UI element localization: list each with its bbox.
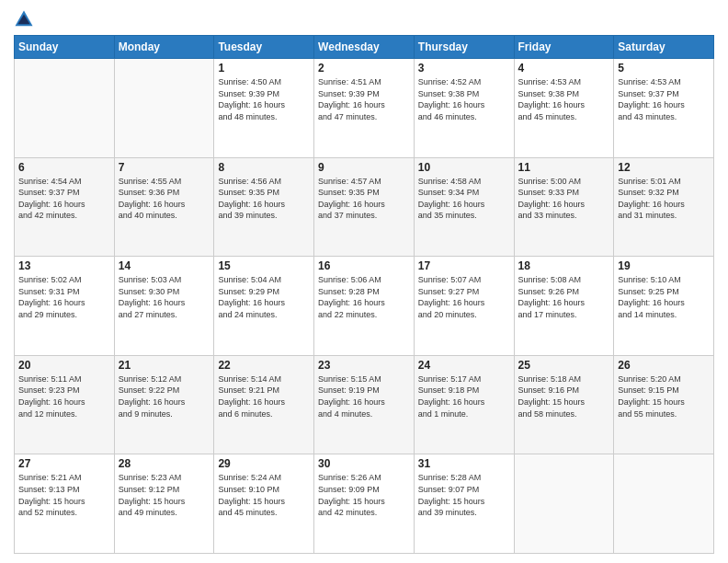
day-info: Sunrise: 5:12 AM Sunset: 9:22 PM Dayligh…	[119, 373, 210, 419]
day-info: Sunrise: 4:53 AM Sunset: 9:38 PM Dayligh…	[518, 76, 610, 122]
calendar-header-monday: Monday	[114, 36, 214, 59]
day-number: 1	[218, 62, 310, 75]
calendar-cell: 18Sunrise: 5:08 AM Sunset: 9:26 PM Dayli…	[514, 257, 614, 356]
calendar-cell: 20Sunrise: 5:11 AM Sunset: 9:23 PM Dayli…	[15, 355, 115, 454]
day-number: 31	[418, 457, 510, 470]
day-info: Sunrise: 5:18 AM Sunset: 9:16 PM Dayligh…	[518, 373, 610, 419]
day-info: Sunrise: 4:54 AM Sunset: 9:37 PM Dayligh…	[18, 176, 110, 222]
day-number: 30	[318, 457, 410, 470]
calendar-cell: 14Sunrise: 5:03 AM Sunset: 9:30 PM Dayli…	[114, 257, 214, 356]
day-number: 15	[218, 259, 310, 272]
day-info: Sunrise: 5:24 AM Sunset: 9:10 PM Dayligh…	[218, 472, 310, 518]
calendar-row-4: 20Sunrise: 5:11 AM Sunset: 9:23 PM Dayli…	[15, 355, 714, 454]
day-info: Sunrise: 5:20 AM Sunset: 9:15 PM Dayligh…	[618, 373, 710, 419]
calendar-cell: 5Sunrise: 4:53 AM Sunset: 9:37 PM Daylig…	[614, 59, 714, 158]
calendar-cell: 8Sunrise: 4:56 AM Sunset: 9:35 PM Daylig…	[214, 157, 314, 257]
calendar-header-row: SundayMondayTuesdayWednesdayThursdayFrid…	[15, 36, 714, 59]
day-number: 11	[518, 161, 610, 174]
calendar-cell: 28Sunrise: 5:23 AM Sunset: 9:12 PM Dayli…	[114, 454, 214, 554]
day-info: Sunrise: 4:56 AM Sunset: 9:35 PM Dayligh…	[218, 176, 310, 222]
day-info: Sunrise: 5:11 AM Sunset: 9:23 PM Dayligh…	[18, 373, 110, 419]
day-info: Sunrise: 5:00 AM Sunset: 9:33 PM Dayligh…	[518, 176, 610, 222]
calendar-cell: 12Sunrise: 5:01 AM Sunset: 9:32 PM Dayli…	[614, 157, 714, 257]
day-info: Sunrise: 5:26 AM Sunset: 9:09 PM Dayligh…	[318, 472, 410, 518]
calendar-cell: 6Sunrise: 4:54 AM Sunset: 9:37 PM Daylig…	[15, 157, 115, 257]
day-info: Sunrise: 5:17 AM Sunset: 9:18 PM Dayligh…	[418, 373, 510, 419]
day-info: Sunrise: 5:21 AM Sunset: 9:13 PM Dayligh…	[18, 472, 110, 518]
day-info: Sunrise: 4:57 AM Sunset: 9:35 PM Dayligh…	[318, 176, 410, 222]
day-info: Sunrise: 5:02 AM Sunset: 9:31 PM Dayligh…	[18, 274, 110, 320]
calendar-cell: 1Sunrise: 4:50 AM Sunset: 9:39 PM Daylig…	[214, 59, 314, 158]
calendar-row-3: 13Sunrise: 5:02 AM Sunset: 9:31 PM Dayli…	[15, 257, 714, 356]
calendar-cell: 13Sunrise: 5:02 AM Sunset: 9:31 PM Dayli…	[15, 257, 115, 356]
day-number: 5	[618, 62, 710, 75]
day-number: 21	[119, 359, 210, 372]
day-info: Sunrise: 5:23 AM Sunset: 9:12 PM Dayligh…	[119, 472, 210, 518]
day-number: 27	[18, 457, 110, 470]
day-number: 22	[218, 359, 310, 372]
calendar-cell: 24Sunrise: 5:17 AM Sunset: 9:18 PM Dayli…	[414, 355, 514, 454]
day-number: 16	[318, 259, 410, 272]
calendar-cell: 27Sunrise: 5:21 AM Sunset: 9:13 PM Dayli…	[15, 454, 115, 554]
calendar-cell: 25Sunrise: 5:18 AM Sunset: 9:16 PM Dayli…	[514, 355, 614, 454]
day-number: 4	[518, 62, 610, 75]
calendar-cell	[114, 59, 214, 158]
calendar-cell: 26Sunrise: 5:20 AM Sunset: 9:15 PM Dayli…	[614, 355, 714, 454]
calendar-cell: 15Sunrise: 5:04 AM Sunset: 9:29 PM Dayli…	[214, 257, 314, 356]
calendar-row-1: 1Sunrise: 4:50 AM Sunset: 9:39 PM Daylig…	[15, 59, 714, 158]
calendar-header-friday: Friday	[514, 36, 614, 59]
day-info: Sunrise: 5:06 AM Sunset: 9:28 PM Dayligh…	[318, 274, 410, 320]
day-info: Sunrise: 4:55 AM Sunset: 9:36 PM Dayligh…	[119, 176, 210, 222]
calendar-cell: 31Sunrise: 5:28 AM Sunset: 9:07 PM Dayli…	[414, 454, 514, 554]
day-number: 26	[618, 359, 710, 372]
day-info: Sunrise: 5:14 AM Sunset: 9:21 PM Dayligh…	[218, 373, 310, 419]
day-info: Sunrise: 5:01 AM Sunset: 9:32 PM Dayligh…	[618, 176, 710, 222]
calendar-cell: 16Sunrise: 5:06 AM Sunset: 9:28 PM Dayli…	[314, 257, 415, 356]
calendar-cell: 17Sunrise: 5:07 AM Sunset: 9:27 PM Dayli…	[414, 257, 514, 356]
day-info: Sunrise: 5:10 AM Sunset: 9:25 PM Dayligh…	[618, 274, 710, 320]
day-info: Sunrise: 5:03 AM Sunset: 9:30 PM Dayligh…	[119, 274, 210, 320]
day-number: 20	[18, 359, 110, 372]
calendar-cell: 3Sunrise: 4:52 AM Sunset: 9:38 PM Daylig…	[414, 59, 514, 158]
calendar-table: SundayMondayTuesdayWednesdayThursdayFrid…	[14, 35, 714, 554]
calendar-cell: 19Sunrise: 5:10 AM Sunset: 9:25 PM Dayli…	[614, 257, 714, 356]
calendar-cell: 2Sunrise: 4:51 AM Sunset: 9:39 PM Daylig…	[314, 59, 415, 158]
calendar-cell: 10Sunrise: 4:58 AM Sunset: 9:34 PM Dayli…	[414, 157, 514, 257]
day-number: 8	[218, 161, 310, 174]
day-info: Sunrise: 4:53 AM Sunset: 9:37 PM Dayligh…	[618, 76, 710, 122]
day-number: 13	[18, 259, 110, 272]
header	[14, 9, 714, 29]
calendar-row-5: 27Sunrise: 5:21 AM Sunset: 9:13 PM Dayli…	[15, 454, 714, 554]
calendar-cell: 21Sunrise: 5:12 AM Sunset: 9:22 PM Dayli…	[114, 355, 214, 454]
day-number: 19	[618, 259, 710, 272]
day-number: 6	[18, 161, 110, 174]
day-number: 18	[518, 259, 610, 272]
calendar-cell: 4Sunrise: 4:53 AM Sunset: 9:38 PM Daylig…	[514, 59, 614, 158]
calendar-header-wednesday: Wednesday	[314, 36, 415, 59]
calendar-cell: 11Sunrise: 5:00 AM Sunset: 9:33 PM Dayli…	[514, 157, 614, 257]
calendar-cell: 29Sunrise: 5:24 AM Sunset: 9:10 PM Dayli…	[214, 454, 314, 554]
calendar-header-tuesday: Tuesday	[214, 36, 314, 59]
calendar-cell	[614, 454, 714, 554]
logo	[14, 9, 38, 29]
day-number: 25	[518, 359, 610, 372]
calendar-cell: 22Sunrise: 5:14 AM Sunset: 9:21 PM Dayli…	[214, 355, 314, 454]
day-info: Sunrise: 5:15 AM Sunset: 9:19 PM Dayligh…	[318, 373, 410, 419]
calendar-header-sunday: Sunday	[15, 36, 115, 59]
day-info: Sunrise: 4:58 AM Sunset: 9:34 PM Dayligh…	[418, 176, 510, 222]
day-number: 28	[119, 457, 210, 470]
logo-icon	[14, 9, 34, 29]
calendar-cell	[15, 59, 115, 158]
day-number: 14	[119, 259, 210, 272]
calendar-row-2: 6Sunrise: 4:54 AM Sunset: 9:37 PM Daylig…	[15, 157, 714, 257]
calendar-header-thursday: Thursday	[414, 36, 514, 59]
day-info: Sunrise: 4:50 AM Sunset: 9:39 PM Dayligh…	[218, 76, 310, 122]
day-number: 10	[418, 161, 510, 174]
day-number: 7	[119, 161, 210, 174]
day-info: Sunrise: 5:28 AM Sunset: 9:07 PM Dayligh…	[418, 472, 510, 518]
day-info: Sunrise: 5:08 AM Sunset: 9:26 PM Dayligh…	[518, 274, 610, 320]
day-number: 2	[318, 62, 410, 75]
day-number: 3	[418, 62, 510, 75]
day-info: Sunrise: 5:07 AM Sunset: 9:27 PM Dayligh…	[418, 274, 510, 320]
page: SundayMondayTuesdayWednesdayThursdayFrid…	[0, 0, 728, 563]
